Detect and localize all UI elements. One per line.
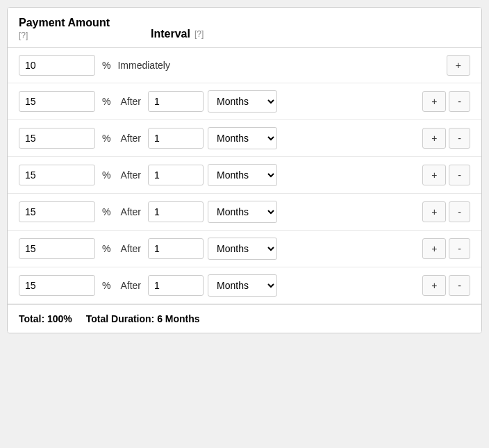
interval-label: Interval <box>151 28 190 40</box>
payment-amount-title: Payment Amount <box>19 16 151 29</box>
remove-row-button-2[interactable]: - <box>449 91 470 112</box>
row-1-actions: + <box>447 55 470 76</box>
remove-row-button-3[interactable]: - <box>449 128 470 149</box>
payment-row-4: % After Months Days Weeks Years + - <box>8 157 481 194</box>
add-row-button-1[interactable]: + <box>447 55 470 76</box>
percent-label-1: % <box>102 60 110 71</box>
header-row: Payment Amount [?] Interval [?] <box>8 8 481 48</box>
after-label-7: After <box>120 280 141 291</box>
add-row-button-7[interactable]: + <box>422 275 446 296</box>
amount-input-6[interactable] <box>19 238 95 259</box>
footer-row: Total: 100% Total Duration: 6 Months <box>8 304 481 333</box>
add-row-button-2[interactable]: + <box>422 91 446 112</box>
footer-total: Total: 100% <box>19 313 72 324</box>
payment-row-2: % After Months Days Weeks Years + - <box>8 83 481 120</box>
amount-input-4[interactable] <box>19 165 95 185</box>
number-input-2[interactable] <box>148 91 204 112</box>
after-label-2: After <box>120 96 141 107</box>
payment-row-7: % After Months Days Weeks Years + - <box>8 267 481 304</box>
payment-row-1: % Immediately + <box>8 48 481 83</box>
after-label-4: After <box>120 169 141 181</box>
number-input-3[interactable] <box>148 128 204 149</box>
remove-row-button-7[interactable]: - <box>449 275 470 296</box>
add-row-button-6[interactable]: + <box>422 238 446 259</box>
percent-label-3: % <box>102 133 110 144</box>
number-input-6[interactable] <box>148 238 204 259</box>
period-select-4[interactable]: Months Days Weeks Years <box>208 164 277 186</box>
row-6-actions: + - <box>422 238 470 259</box>
row-7-actions: + - <box>422 275 470 296</box>
after-label-6: After <box>120 243 141 254</box>
after-label-5: After <box>120 206 141 217</box>
row-4-actions: + - <box>422 165 470 185</box>
remove-row-button-4[interactable]: - <box>449 165 470 185</box>
amount-input-7[interactable] <box>19 275 95 296</box>
after-label-3: After <box>120 133 141 144</box>
payment-schedule-container: Payment Amount [?] Interval [?] % Immedi… <box>7 7 482 333</box>
percent-label-6: % <box>102 243 110 254</box>
period-select-7[interactable]: Months Days Weeks Years <box>208 274 277 297</box>
number-input-4[interactable] <box>148 165 204 185</box>
amount-input-3[interactable] <box>19 128 95 149</box>
period-select-2[interactable]: Months Days Weeks Years <box>208 90 277 113</box>
percent-label-5: % <box>102 206 110 217</box>
row-3-actions: + - <box>422 128 470 149</box>
immediately-label: Immediately <box>117 60 442 71</box>
row-5-actions: + - <box>422 201 470 222</box>
payment-amount-hint: [?] <box>19 31 151 40</box>
add-row-button-4[interactable]: + <box>422 165 446 185</box>
amount-input-5[interactable] <box>19 201 95 222</box>
percent-label-2: % <box>102 96 110 107</box>
row-2-actions: + - <box>422 91 470 112</box>
add-row-button-5[interactable]: + <box>422 201 446 222</box>
add-row-button-3[interactable]: + <box>422 128 446 149</box>
remove-row-button-5[interactable]: - <box>449 201 470 222</box>
interval-hint: [?] <box>194 29 204 39</box>
payment-row-3: % After Months Days Weeks Years + - <box>8 120 481 157</box>
footer-duration: Total Duration: 6 Months <box>86 313 200 324</box>
number-input-5[interactable] <box>148 201 204 222</box>
period-select-3[interactable]: Months Days Weeks Years <box>208 127 277 149</box>
percent-label-4: % <box>102 169 110 181</box>
amount-input-2[interactable] <box>19 91 95 112</box>
interval-header: Interval [?] <box>151 28 470 40</box>
percent-label-7: % <box>102 280 110 291</box>
payment-row-6: % After Months Days Weeks Years + - <box>8 231 481 267</box>
number-input-7[interactable] <box>148 275 204 296</box>
payment-row-5: % After Months Days Weeks Years + - <box>8 194 481 231</box>
amount-input-1[interactable] <box>19 55 95 76</box>
remove-row-button-6[interactable]: - <box>449 238 470 259</box>
payment-amount-header: Payment Amount [?] <box>19 16 151 40</box>
period-select-6[interactable]: Months Days Weeks Years <box>208 238 277 260</box>
period-select-5[interactable]: Months Days Weeks Years <box>208 201 277 223</box>
